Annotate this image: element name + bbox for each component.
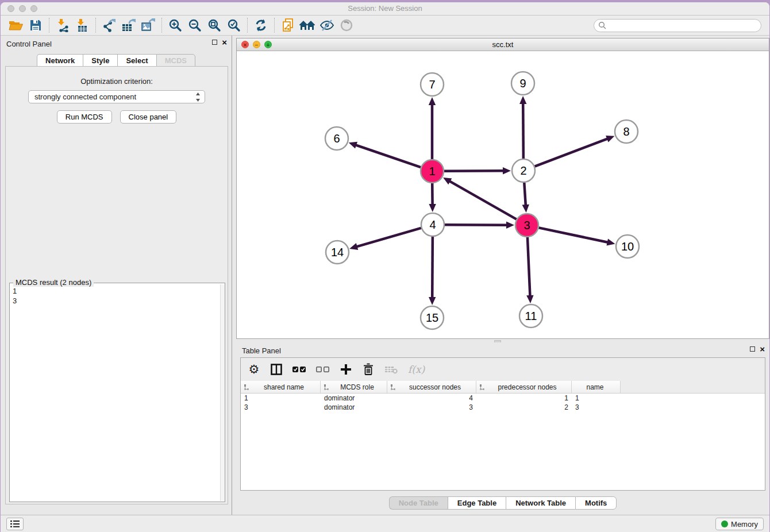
graph-edge[interactable] [524, 183, 526, 206]
svg-text:15: 15 [426, 311, 438, 324]
mcds-result-text[interactable]: 13 [10, 284, 220, 502]
svg-text:1: 1 [429, 165, 435, 178]
float-panel-icon[interactable] [212, 40, 217, 45]
delete-table-icon[interactable] [384, 362, 398, 377]
graph-node[interactable]: 2 [512, 159, 535, 182]
graph-node[interactable]: 4 [421, 213, 444, 236]
gear-icon[interactable]: ⚙ [248, 362, 260, 377]
graph-node[interactable]: 15 [421, 306, 444, 329]
close-panel-icon[interactable]: × [222, 39, 227, 45]
memory-button[interactable]: Memory [715, 518, 764, 530]
graph-node[interactable]: 8 [615, 120, 638, 143]
mcds-panel: Optimization criterion: strongly connect… [5, 66, 228, 504]
zoom-fit-icon[interactable] [205, 17, 224, 34]
column-flag-icon [244, 384, 250, 391]
status-bar: Memory [1, 515, 769, 532]
graph-edge[interactable] [523, 103, 523, 159]
graph-node[interactable]: 14 [326, 241, 349, 264]
tab-style[interactable]: Style [83, 54, 117, 67]
session-title: Session: New Session [1, 4, 769, 13]
result-scrollbar[interactable] [220, 284, 225, 501]
save-icon[interactable] [26, 17, 45, 34]
column-header-shared-name[interactable]: shared name [241, 381, 321, 393]
import-network-icon[interactable] [53, 17, 72, 34]
edge-arrowhead-icon [506, 222, 514, 229]
import-table-icon[interactable] [72, 17, 92, 34]
zoom-out-icon[interactable] [185, 17, 205, 34]
edge-arrowhead-icon [606, 136, 614, 142]
table-header: shared name MCDS role successor nodes [241, 381, 765, 394]
table-cell: 3 [572, 403, 621, 412]
split-column-icon[interactable] [270, 362, 283, 377]
zoom-selected-icon[interactable] [224, 17, 244, 34]
export-table-icon[interactable] [119, 17, 138, 34]
graph-node[interactable]: 9 [511, 72, 534, 95]
graph-edge[interactable] [445, 225, 507, 225]
column-flag-icon [390, 384, 396, 391]
trash-icon[interactable] [362, 362, 375, 377]
column-header-name[interactable]: name [572, 381, 621, 393]
checked-boxes-icon[interactable] [292, 362, 306, 377]
tab-edge-table[interactable]: Edge Table [448, 496, 506, 510]
edge-arrowhead-icon [349, 142, 357, 149]
tab-node-table[interactable]: Node Table [389, 496, 448, 510]
result-line: 1 [13, 286, 220, 296]
table-row[interactable]: 3dominator323 [241, 403, 765, 412]
eye-icon[interactable] [337, 17, 356, 34]
graph-node[interactable]: 3 [515, 214, 538, 237]
column-header-successor-nodes[interactable]: successor nodes [387, 381, 476, 393]
table-cell: dominator [321, 394, 387, 403]
folder-open-icon[interactable] [6, 17, 26, 34]
graph-edge[interactable] [539, 228, 609, 242]
table-row[interactable]: 1dominator411 [241, 394, 765, 403]
column-flag-icon [324, 384, 330, 391]
export-network-icon[interactable] [99, 17, 119, 34]
graph-edge[interactable] [432, 237, 433, 298]
plus-icon[interactable] [340, 362, 352, 377]
function-icon[interactable]: f(x) [408, 362, 425, 377]
export-image-icon[interactable] [138, 17, 158, 34]
zoom-in-icon[interactable] [165, 17, 185, 34]
table-cell: 2 [476, 403, 572, 412]
edge-arrowhead-icon [429, 97, 436, 105]
graph-node[interactable]: 6 [325, 127, 348, 150]
graph-node[interactable]: 11 [519, 304, 542, 327]
network-canvas[interactable]: 7968124314101511 [237, 51, 769, 338]
table-cell: 3 [241, 403, 321, 412]
tab-network[interactable]: Network [37, 54, 83, 67]
graph-edge[interactable] [444, 171, 504, 171]
run-mcds-button[interactable]: Run MCDS [57, 110, 112, 124]
refresh-icon[interactable] [251, 17, 271, 34]
close-table-panel-icon[interactable]: × [760, 346, 765, 352]
graph-node[interactable]: 10 [616, 235, 639, 258]
network-graph: 7968124314101511 [237, 51, 769, 338]
close-panel-button[interactable]: Close panel [120, 110, 177, 124]
graph-node[interactable]: 7 [421, 73, 444, 96]
tab-select[interactable]: Select [117, 54, 156, 67]
column-header-mcds-role[interactable]: MCDS role [321, 381, 387, 393]
table-cell: 1 [572, 394, 621, 403]
houses-icon[interactable] [298, 17, 317, 34]
list-icon [10, 520, 20, 528]
graph-edge[interactable] [535, 138, 609, 166]
search-input[interactable] [594, 19, 761, 32]
task-history-button[interactable] [6, 518, 24, 530]
control-panel-title: Control Panel [6, 40, 52, 48]
column-header-predecessor-nodes[interactable]: predecessor nodes [476, 381, 572, 393]
float-table-panel-icon[interactable] [750, 346, 755, 352]
unchecked-boxes-icon[interactable] [316, 362, 330, 377]
criterion-select[interactable]: strongly connected component [28, 90, 205, 103]
graph-edge[interactable] [528, 237, 530, 296]
network-window-titlebar[interactable]: × − + scc.txt [237, 38, 769, 51]
tab-network-table[interactable]: Network Table [506, 496, 575, 510]
table-toolbar: ⚙ [241, 358, 765, 381]
graph-node[interactable]: 1 [421, 160, 444, 183]
graph-edge[interactable] [355, 145, 421, 167]
tab-motifs[interactable]: Motifs [575, 496, 617, 510]
graph-edge[interactable] [356, 228, 421, 247]
graph-edge[interactable] [449, 181, 517, 219]
tab-mcds[interactable]: MCDS [156, 54, 195, 67]
table-cell: 4 [387, 394, 476, 403]
eye-slash-icon[interactable] [317, 17, 337, 34]
copy-network-icon[interactable] [278, 17, 298, 34]
